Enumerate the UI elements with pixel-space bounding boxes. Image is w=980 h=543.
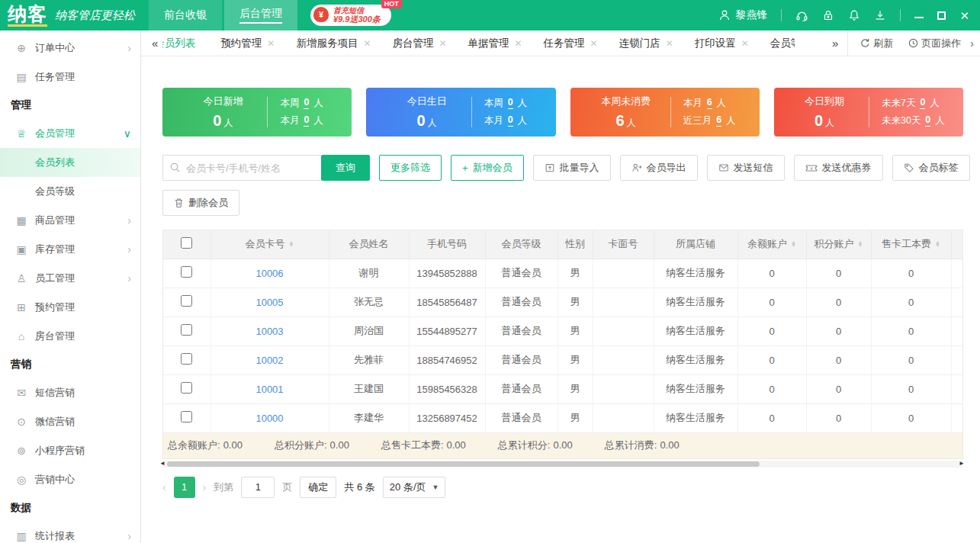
tab-booking-manage[interactable]: 预约管理 ✕ — [210, 37, 285, 50]
sidebar-item-booking-manage[interactable]: ⊞ 预约管理 — [0, 293, 140, 322]
batch-import-button[interactable]: 批量导入 — [533, 155, 611, 181]
scrollbar-thumb[interactable] — [167, 461, 760, 467]
cell-gender: 男 — [557, 403, 593, 432]
stat-link[interactable]: 6 — [707, 98, 712, 109]
refresh-button[interactable]: 刷新 — [853, 37, 901, 50]
stat-link[interactable]: 0 — [925, 115, 930, 127]
member-card-link[interactable]: 10006 — [255, 268, 283, 279]
add-member-button[interactable]: +新增会员 — [451, 155, 524, 181]
member-card-link[interactable]: 10000 — [255, 413, 283, 424]
scroll-right-arrow-icon[interactable]: ► — [959, 460, 965, 467]
sidebar-item-miniprogram-marketing[interactable]: ⊚ 小程序营销 — [0, 436, 140, 465]
tab-chain-store[interactable]: 连锁门店 ✕ — [609, 37, 684, 50]
sidebar-item-statistics-report[interactable]: ▥ 统计报表 › — [0, 522, 140, 543]
more-filter-button[interactable]: 更多筛选 — [379, 155, 442, 181]
sidebar-item-sms-marketing[interactable]: ✉ 短信营销 — [0, 378, 140, 407]
member-export-button[interactable]: 会员导出 — [620, 155, 698, 181]
goto-page-input[interactable] — [241, 477, 275, 498]
cell-balance: 0 — [737, 316, 806, 345]
close-icon[interactable]: ✕ — [267, 38, 275, 49]
select-all-checkbox[interactable] — [181, 237, 192, 249]
close-icon[interactable]: ✕ — [363, 38, 371, 49]
tab-print-settings[interactable]: 打印设置 ✕ — [684, 37, 760, 50]
sidebar-item-room-manage[interactable]: ⌂ 房台管理 — [0, 322, 140, 351]
stat-link[interactable]: 6 — [716, 115, 721, 127]
sidebar-item-member-manage[interactable]: ♕ 会员管理 ∨ — [0, 119, 140, 148]
col-member-level: 会员等级 — [485, 230, 557, 259]
stat-link[interactable]: 0 — [920, 98, 925, 109]
headset-icon[interactable] — [795, 9, 808, 22]
promo-banner[interactable]: ¥ 首充短信 ¥9.9送300条 HOT — [310, 5, 391, 26]
col-points[interactable]: 积分账户▲▼ — [806, 230, 871, 259]
member-card-link[interactable]: 10005 — [255, 297, 283, 308]
window-minimize-button[interactable] — [914, 13, 924, 18]
close-icon[interactable]: ✕ — [590, 38, 598, 49]
nav-front-cashier[interactable]: 前台收银 — [149, 0, 222, 31]
member-card-link[interactable]: 10003 — [255, 326, 283, 337]
scroll-left-arrow-icon[interactable]: ◄ — [159, 460, 165, 467]
window-close-button[interactable]: ✕ — [959, 10, 969, 21]
sidebar-item-order-center[interactable]: ⊕ 订单中心 › — [0, 34, 140, 63]
row-checkbox[interactable] — [181, 382, 192, 394]
tab-task-manage[interactable]: 任务管理 ✕ — [533, 37, 609, 50]
summary-value: 0.00 — [447, 439, 466, 451]
nav-backend-manage[interactable]: 后台管理 — [224, 0, 297, 31]
page-operations-button[interactable]: 页面操作 — [901, 37, 969, 50]
bell-icon[interactable] — [848, 9, 860, 21]
tab-member-list[interactable]: 会员列表 — [162, 37, 210, 50]
tab-document-manage[interactable]: 单据管理 ✕ — [458, 37, 533, 50]
close-icon[interactable]: ✕ — [439, 38, 446, 49]
sidebar-item-wechat-marketing[interactable]: ⊙ 微信营销 — [0, 407, 140, 436]
tabs-scroll-right-icon[interactable]: » — [827, 37, 843, 50]
search-input[interactable] — [162, 155, 321, 181]
stat-link[interactable]: 0 — [508, 98, 513, 109]
col-card-no[interactable]: 会员卡号▲▼ — [210, 230, 329, 259]
tab-room-manage[interactable]: 房台管理 ✕ — [381, 37, 457, 50]
sidebar-item-staff-manage[interactable]: ♙ 员工管理 › — [0, 264, 140, 293]
panel-expand-icon[interactable]: › — [969, 37, 980, 50]
send-coupon-button[interactable]: ¥ 发送优惠券 — [794, 155, 883, 181]
row-checkbox[interactable] — [181, 411, 192, 423]
horizontal-scrollbar[interactable]: ◄ ► — [162, 461, 963, 467]
download-icon[interactable] — [874, 9, 886, 21]
delete-member-button[interactable]: 删除会员 — [162, 190, 239, 216]
member-card-link[interactable]: 10001 — [255, 384, 283, 395]
sort-icon[interactable]: ▲▼ — [858, 241, 863, 247]
window-maximize-button[interactable] — [937, 11, 946, 20]
row-checkbox[interactable] — [181, 324, 192, 336]
sidebar-item-task-manage[interactable]: ▤ 任务管理 — [0, 63, 140, 92]
close-icon[interactable]: ✕ — [741, 38, 749, 49]
close-icon[interactable]: ✕ — [666, 38, 673, 49]
page-size-select[interactable]: 20 条/页 ▼ — [383, 477, 446, 498]
row-checkbox[interactable] — [181, 266, 192, 278]
row-checkbox[interactable] — [181, 295, 192, 307]
sort-icon[interactable]: ▲▼ — [935, 241, 940, 247]
sort-icon[interactable]: ▲▼ — [289, 241, 294, 247]
sidebar-item-goods-manage[interactable]: ▦ 商品管理 › — [0, 206, 140, 235]
next-page-icon[interactable]: › — [203, 481, 207, 493]
close-icon[interactable]: ✕ — [515, 38, 522, 49]
lock-icon[interactable] — [822, 9, 834, 21]
tab-member-level[interactable]: 会员等级 — [760, 37, 795, 50]
goto-confirm-button[interactable]: 确定 — [300, 477, 336, 498]
send-sms-button[interactable]: 发送短信 — [707, 155, 785, 181]
search-button[interactable]: 查询 — [321, 155, 370, 181]
prev-page-icon[interactable]: ‹ — [162, 481, 166, 493]
member-card-link[interactable]: 10002 — [255, 355, 283, 366]
stat-link[interactable]: 0 — [304, 115, 309, 127]
sort-icon[interactable]: ▲▼ — [791, 241, 796, 247]
stat-link[interactable]: 0 — [304, 98, 309, 109]
tabs-scroll-left-icon[interactable]: « — [147, 37, 162, 50]
page-number-button[interactable]: 1 — [174, 477, 195, 498]
sidebar-item-inventory-manage[interactable]: ▣ 库存管理 › — [0, 235, 140, 264]
col-card-fee[interactable]: 售卡工本费▲▼ — [871, 230, 951, 259]
stat-link[interactable]: 0 — [508, 115, 513, 127]
sidebar-item-member-list[interactable]: 会员列表 — [0, 148, 140, 177]
member-tag-button[interactable]: 会员标签 — [892, 155, 970, 181]
user-menu[interactable]: 黎燕锋 — [718, 8, 767, 22]
sidebar-item-member-level[interactable]: 会员等级 — [0, 177, 140, 206]
row-checkbox[interactable] — [181, 353, 192, 365]
sidebar-item-marketing-center[interactable]: ◎ 营销中心 — [0, 465, 140, 494]
tab-new-service-item[interactable]: 新增服务项目 ✕ — [285, 37, 381, 50]
col-balance[interactable]: 余额账户▲▼ — [737, 230, 806, 259]
